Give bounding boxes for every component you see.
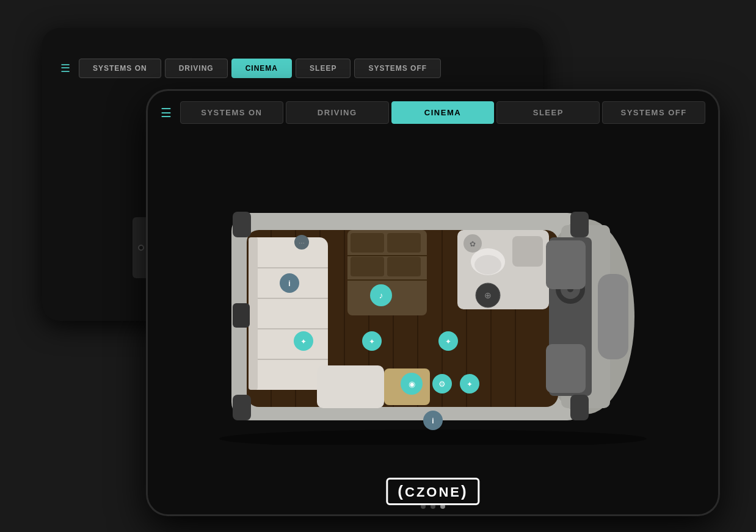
svg-rect-44: [570, 395, 589, 420]
svg-rect-43: [570, 212, 589, 237]
tablet-front: ☰ SYSTEMS ON DRIVING CINEMA SLEEP SYSTEM…: [146, 89, 720, 516]
svg-text:✦: ✦: [369, 337, 375, 346]
front-tab-systems-on[interactable]: SYSTEMS ON: [180, 101, 283, 124]
back-tab-systems-off[interactable]: SYSTEMS OFF: [354, 59, 441, 78]
top-nav: ☰ SYSTEMS ON DRIVING CINEMA SLEEP SYSTEM…: [161, 101, 705, 124]
svg-rect-22: [249, 237, 258, 390]
svg-rect-29: [387, 233, 421, 253]
front-tab-driving[interactable]: DRIVING: [286, 101, 389, 124]
back-tab-driving[interactable]: DRIVING: [165, 59, 228, 78]
rv-diagram: ♪ ✦ ✦ ✦ ◉: [195, 189, 671, 445]
svg-rect-45: [233, 303, 250, 328]
vehicle-area: ♪ ✦ ✦ ✦ ◉: [161, 134, 705, 499]
scene: ☰ SYSTEMS ON DRIVING CINEMA SLEEP SYSTEM…: [42, 16, 714, 516]
svg-rect-28: [351, 233, 384, 253]
svg-text:i: i: [288, 279, 290, 288]
svg-rect-41: [233, 212, 251, 237]
svg-text:✿: ✿: [470, 240, 476, 248]
svg-rect-42: [233, 395, 251, 420]
svg-rect-40: [546, 344, 586, 393]
svg-rect-23: [317, 365, 384, 408]
svg-text:⚙: ⚙: [438, 379, 446, 389]
brand-name: (CZONE): [386, 478, 479, 505]
svg-rect-17: [249, 237, 328, 390]
svg-text:✦: ✦: [300, 337, 307, 346]
front-menu-icon[interactable]: ☰: [161, 106, 172, 120]
front-tab-systems-off[interactable]: SYSTEMS OFF: [602, 101, 705, 124]
handle-dot: [138, 245, 144, 251]
svg-text:◉: ◉: [409, 379, 415, 389]
back-tab-cinema[interactable]: CINEMA: [231, 59, 292, 78]
back-tab-systems-on[interactable]: SYSTEMS ON: [79, 59, 161, 78]
svg-point-34: [474, 255, 501, 275]
svg-point-0: [219, 430, 647, 445]
svg-rect-31: [387, 257, 421, 276]
svg-text:♪: ♪: [379, 290, 383, 300]
svg-rect-30: [351, 257, 384, 276]
back-menu-icon[interactable]: ☰: [60, 62, 70, 75]
tablet-front-inner: ☰ SYSTEMS ON DRIVING CINEMA SLEEP SYSTEM…: [146, 89, 720, 516]
tablet-back-nav: ☰ SYSTEMS ON DRIVING CINEMA SLEEP SYSTEM…: [60, 59, 525, 78]
svg-text:i: i: [432, 417, 434, 425]
front-tab-cinema[interactable]: CINEMA: [391, 101, 495, 124]
front-tab-sleep[interactable]: SLEEP: [496, 101, 600, 124]
svg-rect-39: [546, 240, 586, 289]
svg-text:⊕: ⊕: [484, 290, 492, 300]
svg-text:✦: ✦: [467, 380, 473, 389]
czone-logo: (CZONE): [386, 478, 479, 505]
svg-rect-35: [512, 236, 543, 267]
svg-text:⋯: ⋯: [299, 240, 305, 246]
svg-text:✦: ✦: [445, 337, 451, 346]
svg-rect-4: [598, 274, 628, 359]
back-tab-sleep[interactable]: SLEEP: [296, 59, 351, 78]
